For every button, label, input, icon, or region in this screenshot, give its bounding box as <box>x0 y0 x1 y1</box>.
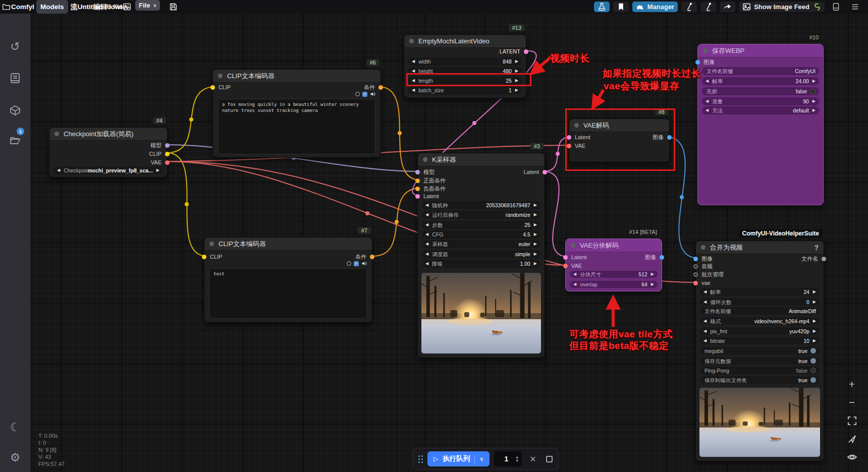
checkbox-checked-icon[interactable]: ✓ <box>362 92 367 97</box>
decrement-icon[interactable]: ◀ <box>703 298 707 306</box>
clean-workflow-button-2[interactable] <box>700 2 716 12</box>
output-port-filenames[interactable]: 文件名 <box>801 255 826 262</box>
zoom-out-button[interactable]: − <box>846 396 858 408</box>
widget-method[interactable]: ◀ 方法 default ▶ <box>702 106 819 114</box>
increment-icon[interactable]: ▶ <box>812 106 816 114</box>
node-video-combine[interactable]: ComfyUI-VideoHelperSuite 合并为视频 ? 图像 音频 批… <box>695 241 824 461</box>
input-port-audio[interactable]: 音频 <box>693 263 713 270</box>
increment-icon[interactable]: ▶ <box>534 250 537 258</box>
decrement-icon[interactable]: ◀ <box>412 57 415 66</box>
node-ksampler[interactable]: #3 K采样器 模型 正面条件 负面条件 Latent Latent ◀ 随机种… <box>417 153 545 358</box>
increment-icon[interactable]: ▶ <box>812 97 816 105</box>
workflow-tab-title[interactable]: ComfyI <box>11 0 34 14</box>
collapse-dot-icon[interactable] <box>574 123 579 128</box>
clean-workflow-button-1[interactable] <box>681 2 697 12</box>
node-checkpoint-loader[interactable]: #4 Checkpoint加载器(简易) 模型 CLIP VAE ◀ Check… <box>49 127 168 178</box>
node-header[interactable]: CLIP文本编码器 <box>204 238 372 251</box>
increment-icon[interactable]: ▶ <box>534 201 537 209</box>
increment-icon[interactable]: ▶ <box>813 298 816 306</box>
increment-icon[interactable]: ▶ <box>534 240 537 248</box>
widget-filename-prefix[interactable]: 文件名前缀 AnimateDiff <box>700 307 820 315</box>
widget-length[interactable]: ◀ length 25 ▶ <box>408 77 522 85</box>
increment-icon[interactable]: ▶ <box>534 230 537 239</box>
collapse-dot-icon[interactable] <box>423 157 427 162</box>
increment-icon[interactable]: ▶ <box>534 211 537 219</box>
select-mode-button[interactable] <box>846 433 858 445</box>
increment-icon[interactable]: ▶ <box>515 77 518 85</box>
widget-pix-fmt[interactable]: ◀ pix_fmt yuv420p ▶ <box>700 327 820 335</box>
decrement-icon[interactable]: ◀ <box>703 288 707 296</box>
save-button[interactable] <box>169 0 178 14</box>
workflow-image-button[interactable] <box>123 0 131 14</box>
widget-bitrate[interactable]: ◀ bitrate 10 ▶ <box>700 337 820 344</box>
collapse-dot-icon[interactable] <box>409 39 414 43</box>
decrement-icon[interactable]: ◀ <box>412 86 415 94</box>
queue-history-icon[interactable]: ↺ <box>0 36 30 56</box>
input-port-vae[interactable]: VAE <box>563 262 582 269</box>
output-port-conditioning[interactable]: 条件 <box>355 253 374 260</box>
node-clip-text-encode-positive[interactable]: #6 CLIP文本编码器 CLIP 条件 ✓ a fox moving quic… <box>212 69 381 158</box>
input-port-clip[interactable]: CLIP <box>202 253 222 260</box>
widget-frame-rate[interactable]: ◀ 帧率 24 ▶ <box>700 288 820 296</box>
fit-view-button[interactable] <box>846 415 858 427</box>
widget-megabit[interactable]: megabit true <box>700 347 820 355</box>
show-image-feed-button[interactable]: Show Image Feed <box>739 2 825 12</box>
node-header[interactable]: K采样器 <box>418 153 545 166</box>
input-port-vae[interactable]: vae <box>693 279 711 286</box>
prev-icon[interactable]: ◀ <box>57 166 60 174</box>
increment-icon[interactable]: ▶ <box>515 67 518 75</box>
input-port-clip[interactable]: CLIP <box>210 84 231 91</box>
widget-seed[interactable]: ◀ 随机种 205330691679487 ▶ <box>422 201 540 209</box>
toggle-off-icon[interactable] <box>810 368 816 373</box>
stop-icon[interactable] <box>546 456 553 462</box>
run-queue-button[interactable]: ▷ 执行队列 ∨ <box>427 451 490 466</box>
decrement-icon[interactable]: ◀ <box>425 211 428 219</box>
node-header[interactable]: 合并为视频 ? <box>696 241 824 254</box>
file-menu-button[interactable]: File ∨ <box>135 0 160 11</box>
increment-icon[interactable]: ▶ <box>813 288 816 296</box>
decrement-icon[interactable]: ◀ <box>703 317 707 325</box>
decrement-icon[interactable]: ◀ <box>706 97 709 105</box>
widget-cfg[interactable]: ◀ CFG 4.5 ▶ <box>422 230 540 239</box>
workflow-folder-icon[interactable] <box>2 0 11 14</box>
decrement-icon[interactable]: ◀ <box>573 280 576 288</box>
increment-icon[interactable]: ▶ <box>515 86 518 94</box>
widget-steps[interactable]: ◀ 步数 25 ▶ <box>422 221 540 229</box>
manager-button[interactable]: Manager <box>632 2 678 12</box>
widget-width[interactable]: ◀ width 848 ▶ <box>408 57 522 66</box>
increment-icon[interactable]: ▶ <box>813 327 816 335</box>
decrement-icon[interactable]: ◀ <box>706 77 709 85</box>
widget-format[interactable]: ◀ 格式 video/nvenc_h264-mp4 ▶ <box>700 317 820 325</box>
node-clip-text-encode-negative[interactable]: #7 CLIP文本编码器 CLIP 条件 ✓ test <box>204 237 372 323</box>
widget-height[interactable]: ◀ height 480 ▶ <box>408 67 522 75</box>
widget-overlap[interactable]: ◀ overlap 64 ▶ <box>570 281 658 288</box>
input-port-latent[interactable]: Latent <box>563 254 587 261</box>
widget-control-after-generate[interactable]: ◀ 运行后操作 randomize ▶ <box>422 211 540 219</box>
input-port-images[interactable]: 图像 <box>693 255 713 262</box>
checkbox-checked-icon[interactable]: ✓ <box>354 261 359 266</box>
widget-lossless[interactable]: 无损 false <box>702 87 819 95</box>
decrement-icon[interactable]: ◀ <box>703 337 707 345</box>
input-port-vae[interactable]: VAE <box>567 142 585 149</box>
decrement-icon[interactable]: ◀ <box>412 77 415 85</box>
output-port-image[interactable]: 图像 <box>653 134 672 141</box>
increment-icon[interactable]: ▶ <box>515 57 518 66</box>
node-vae-tiled-decode[interactable]: #14 [BETA] VAE分块解码 Latent VAE 图像 ◀ 分块尺寸 … <box>565 239 662 291</box>
widget-sampler-name[interactable]: ◀ 采样器 euler ▶ <box>422 240 540 248</box>
speaker-icon[interactable] <box>361 261 367 266</box>
widget-loop-count[interactable]: ◀ 循环次数 0 ▶ <box>700 298 820 306</box>
increment-icon[interactable]: ▶ <box>534 221 537 229</box>
widget-quality[interactable]: ◀ 质量 90 ▶ <box>702 97 819 105</box>
widget-scheduler[interactable]: ◀ 调度器 simple ▶ <box>422 250 540 258</box>
input-port-meta-batch[interactable]: 批次管理 <box>693 271 724 278</box>
speaker-icon[interactable] <box>370 91 375 97</box>
node-empty-mochi-latent-video[interactable]: #13 EmptyMochiLatentVideo LATENT ◀ width… <box>404 34 526 98</box>
increment-icon[interactable]: ▶ <box>534 260 537 268</box>
input-port-negative[interactable]: 负面条件 <box>415 185 446 192</box>
widget-denoise[interactable]: ◀ 降噪 1.00 ▶ <box>422 260 540 268</box>
node-save-webp[interactable]: #10 保存WEBP 图像 文件名前缀 ComfyUI ◀ 帧率 24.00 ▶… <box>697 44 824 205</box>
radio-icon[interactable] <box>355 92 360 96</box>
collapse-dot-icon[interactable] <box>571 243 575 248</box>
output-port-image[interactable]: 图像 <box>645 254 664 261</box>
video-preview-image[interactable] <box>699 388 820 457</box>
